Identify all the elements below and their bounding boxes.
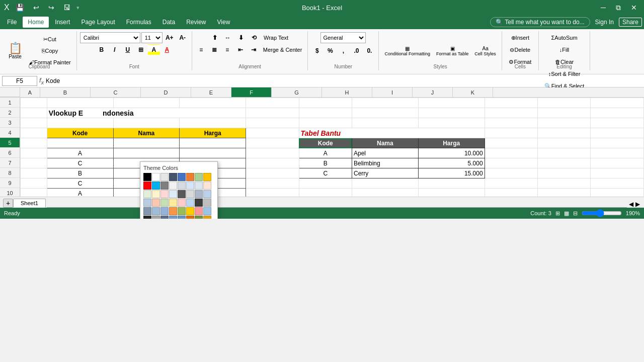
color-swatch-t44[interactable] [152,207,160,215]
cell-I4[interactable] [485,128,537,138]
row-num-4[interactable]: 4 [0,128,20,138]
cell-C5[interactable] [113,138,180,148]
color-swatch-2[interactable] [169,173,177,181]
scroll-left-button[interactable]: ◀ [629,201,633,208]
insert-button[interactable]: ⊕ Insert [505,32,535,43]
align-center-button[interactable]: ≣ [208,44,220,55]
color-swatch-t53[interactable] [160,216,169,219]
menu-data[interactable]: Data [157,17,180,28]
color-swatch-t43[interactable] [143,207,151,215]
color-swatch-t35[interactable] [143,199,151,207]
color-swatch-8[interactable] [152,182,160,190]
col-header-H[interactable]: H [322,87,372,97]
bold-button[interactable]: B [96,44,108,55]
merge-center-button[interactable]: Merge & Center [261,44,305,55]
cell-J4[interactable] [538,128,591,138]
decimal-increase-button[interactable]: .0 [350,45,362,56]
color-swatch-t55[interactable] [178,216,186,219]
color-swatch-t42[interactable] [203,199,211,207]
cell-B2[interactable]: Vlookup E ndonesia [47,108,246,118]
cell-G6[interactable]: Apel [352,148,418,158]
color-swatch-t22[interactable] [169,182,177,190]
cell-K3[interactable] [591,118,644,128]
menu-review[interactable]: Review [181,17,211,28]
cell-E7[interactable] [246,158,299,168]
menu-view[interactable]: View [212,17,235,28]
color-swatch-3[interactable] [178,173,186,181]
normal-view-icon[interactable]: ⊞ [555,210,560,217]
sheet-tab-sheet1[interactable]: Sheet1 [13,199,46,208]
cell-F5[interactable]: Kode [299,138,352,148]
col-header-A[interactable]: A [20,87,40,97]
cell-C4[interactable]: Nama [113,128,180,138]
color-swatch-4[interactable] [186,173,194,181]
row-num-8[interactable]: 8 [0,168,20,178]
cell-B8[interactable]: B [47,168,113,178]
redo-button[interactable]: ↪ [45,3,57,13]
color-swatch-t21[interactable] [160,182,169,190]
cell-B9[interactable]: C [47,178,113,189]
share-button[interactable]: Share [619,18,642,27]
color-swatch-t54[interactable] [169,216,177,219]
paste-button[interactable]: 📋 Paste [5,36,25,66]
cell-I6[interactable] [485,148,537,158]
currency-button[interactable]: $ [311,45,323,56]
fill-color-button[interactable]: A [148,44,160,55]
cell-I3[interactable] [485,118,537,128]
cell-G8[interactable]: Cerry [352,168,418,178]
delete-button[interactable]: ⊖ Delete [505,44,535,55]
cell-E3[interactable] [246,118,299,128]
tell-me-box[interactable]: 🔍 Tell me what you want to do... [490,17,590,27]
row-num-5[interactable]: 5 [0,138,20,148]
color-swatch-t310[interactable] [186,199,194,207]
decrease-indent-button[interactable]: ⇤ [234,44,247,55]
save-small-button[interactable]: 🖫 [60,3,73,13]
color-swatch-7[interactable] [143,182,151,190]
font-decrease-button[interactable]: A- [177,32,189,43]
cell-A5[interactable] [21,138,47,148]
color-swatch-t23[interactable] [178,182,186,190]
color-swatch-t39[interactable] [178,199,186,207]
border-button[interactable]: ⊞ [135,44,147,55]
page-layout-icon[interactable]: ▦ [564,210,569,217]
row-num-7[interactable]: 7 [0,158,20,168]
conditional-formatting-button[interactable]: ▦ Conditional Formatting [382,36,433,66]
col-header-C[interactable]: C [91,87,141,97]
color-swatch-t41[interactable] [195,199,203,207]
col-header-F[interactable]: F [231,87,272,97]
cell-E1[interactable] [246,98,299,108]
zoom-slider[interactable] [582,209,622,217]
color-swatch-t410[interactable] [203,207,211,215]
align-bottom-button[interactable]: ⬇ [235,32,247,43]
color-swatch-t26[interactable] [203,182,211,190]
color-swatch-t37[interactable] [160,199,169,207]
restore-button[interactable]: ⧉ [613,3,624,13]
color-swatch-t33[interactable] [195,190,203,198]
cell-K2[interactable] [591,108,644,118]
italic-button[interactable]: I [109,44,121,55]
scroll-right-button[interactable]: ▶ [635,201,640,208]
cell-H3[interactable] [418,118,485,128]
color-swatch-t32[interactable] [186,190,194,198]
cell-E9[interactable] [246,178,299,189]
cell-I8[interactable] [485,168,537,178]
cell-A9[interactable] [21,178,47,189]
cell-J8[interactable] [538,168,591,178]
color-swatch-t58[interactable] [203,216,211,219]
fill-button[interactable]: ↓ Fill [549,44,580,55]
color-swatch-t24[interactable] [186,182,194,190]
menu-insert[interactable]: Insert [50,17,75,28]
cell-B3[interactable] [47,118,113,128]
orientation-button[interactable]: ⟲ [248,32,260,43]
cell-F7[interactable]: B [299,158,352,168]
row-num-3[interactable]: 3 [0,118,20,128]
menu-page-layout[interactable]: Page Layout [76,17,120,28]
cell-B7[interactable]: C [47,158,113,168]
cut-button[interactable]: ✂ Cut [26,34,73,45]
cell-E2[interactable] [246,108,299,118]
percent-button[interactable]: % [324,45,336,56]
cell-J1[interactable] [538,98,591,108]
cell-J6[interactable] [538,148,591,158]
cell-D6[interactable] [180,148,246,158]
minimize-button[interactable]: ─ [598,3,609,13]
